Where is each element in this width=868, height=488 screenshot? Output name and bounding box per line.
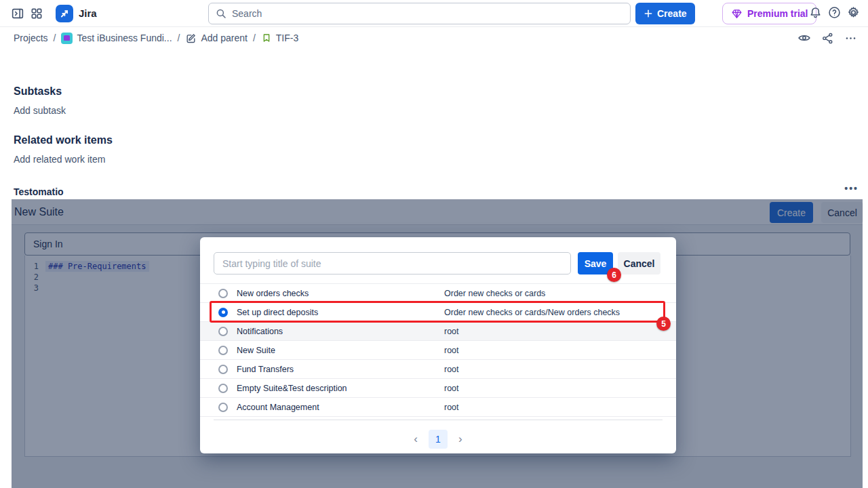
app-grid-icon — [30, 7, 43, 20]
breadcrumb-separator: / — [253, 33, 256, 43]
share-icon — [821, 32, 834, 45]
suite-option-row[interactable]: Notifications root — [200, 322, 676, 341]
breadcrumb-separator: / — [54, 33, 56, 43]
step-badge-5: 5 — [656, 317, 671, 331]
help-button[interactable] — [825, 3, 844, 22]
related-items-heading: Related work items — [14, 134, 113, 146]
issue-detail-content: Subtasks Add subtask Related work items … — [0, 49, 868, 488]
suite-label: New orders checks — [237, 289, 309, 298]
suite-label: Account Management — [237, 403, 319, 412]
project-avatar — [61, 33, 73, 44]
subtask-bookmark-icon — [261, 33, 272, 43]
diamond-icon — [731, 8, 743, 20]
suite-path: root — [444, 327, 459, 336]
breadcrumb-issue[interactable]: TIF-3 — [261, 33, 298, 43]
create-button-label: Create — [657, 8, 687, 19]
edit-icon — [185, 33, 197, 44]
suite-path: root — [444, 403, 459, 412]
suite-label: Set up direct deposits — [237, 308, 318, 317]
suite-label: Fund Transfers — [237, 365, 294, 374]
share-button[interactable] — [818, 28, 837, 47]
suite-label: Notifications — [237, 327, 283, 336]
suite-search-input[interactable] — [214, 252, 571, 274]
radio-unselected-icon[interactable] — [218, 346, 228, 355]
top-navigation: Jira Create Premium trial — [0, 0, 868, 27]
list-divider — [214, 420, 663, 420]
breadcrumb-project[interactable]: Test iBusiness Fundi... — [61, 33, 172, 44]
radio-unselected-icon[interactable] — [218, 384, 228, 393]
breadcrumb-separator: / — [178, 33, 180, 43]
suite-path: root — [444, 365, 459, 374]
jira-logo[interactable]: Jira — [56, 5, 97, 22]
product-name: Jira — [79, 7, 97, 19]
next-page-icon[interactable]: › — [454, 431, 467, 447]
more-actions-button[interactable] — [841, 28, 860, 47]
suite-path: root — [444, 384, 459, 393]
premium-trial-button[interactable]: Premium trial — [722, 3, 816, 24]
breadcrumb-projects[interactable]: Projects — [14, 33, 48, 43]
suite-list: New orders checks Order new checks or ca… — [200, 283, 676, 417]
radio-unselected-icon[interactable] — [218, 327, 228, 336]
suite-option-row-selected[interactable]: Set up direct deposits Order new checks … — [200, 303, 676, 322]
previous-page-icon[interactable]: ‹ — [410, 431, 422, 447]
testomatio-heading: Testomatio — [14, 186, 64, 197]
watch-button[interactable] — [795, 28, 814, 47]
breadcrumb: Projects / Test iBusiness Fundi... / Add… — [0, 27, 868, 49]
radio-unselected-icon[interactable] — [218, 365, 228, 374]
suite-option-row[interactable]: Account Management root — [200, 398, 676, 417]
radio-unselected-icon[interactable] — [218, 289, 228, 298]
add-subtask-button[interactable]: Add subtask — [14, 105, 66, 116]
page-number-button[interactable]: 1 — [429, 430, 448, 449]
question-icon — [827, 5, 842, 20]
premium-trial-label: Premium trial — [747, 8, 808, 19]
suite-option-row[interactable]: Empty Suite&Test description root — [200, 379, 676, 398]
cancel-button[interactable]: Cancel — [618, 252, 660, 274]
suite-picker-dialog: Save Cancel 6 New orders checks Order ne… — [200, 237, 676, 453]
step-badge-6: 6 — [607, 268, 621, 282]
suite-option-row[interactable]: Fund Transfers root — [200, 360, 676, 379]
radio-selected-icon[interactable] — [218, 308, 228, 317]
pagination: ‹ 1 › — [200, 430, 676, 449]
eye-icon — [797, 31, 811, 45]
bell-icon — [808, 5, 823, 20]
suite-option-row[interactable]: New Suite root — [200, 341, 676, 360]
suite-label: New Suite — [237, 346, 275, 355]
settings-button[interactable] — [844, 3, 863, 22]
suite-path: Order new checks or cards — [444, 289, 545, 298]
radio-unselected-icon[interactable] — [218, 403, 228, 412]
add-parent-button[interactable]: Add parent — [185, 33, 248, 44]
app-switcher-button[interactable] — [27, 4, 46, 23]
ellipsis-icon — [844, 32, 857, 45]
issue-key: TIF-3 — [276, 33, 298, 43]
plus-icon — [644, 9, 653, 18]
jira-logo-icon — [56, 5, 73, 22]
subtasks-heading: Subtasks — [14, 85, 62, 98]
add-related-item-button[interactable]: Add related work item — [14, 154, 105, 165]
search-input[interactable] — [208, 3, 631, 24]
testomatio-more-icon[interactable]: ••• — [844, 183, 859, 194]
project-name: Test iBusiness Fundi... — [77, 33, 172, 43]
suite-path: Order new checks or cards/New orders che… — [444, 308, 620, 317]
add-parent-label: Add parent — [201, 33, 248, 43]
search-icon — [215, 7, 227, 20]
suite-option-row[interactable]: New orders checks Order new checks or ca… — [200, 284, 676, 303]
global-search — [208, 3, 631, 24]
notifications-button[interactable] — [806, 3, 825, 22]
suite-path: root — [444, 346, 459, 355]
gear-icon — [846, 5, 861, 20]
sidebar-toggle-button[interactable] — [8, 4, 27, 23]
suite-label: Empty Suite&Test description — [237, 384, 347, 393]
create-button[interactable]: Create — [635, 3, 695, 24]
sidebar-toggle-icon — [10, 6, 25, 21]
